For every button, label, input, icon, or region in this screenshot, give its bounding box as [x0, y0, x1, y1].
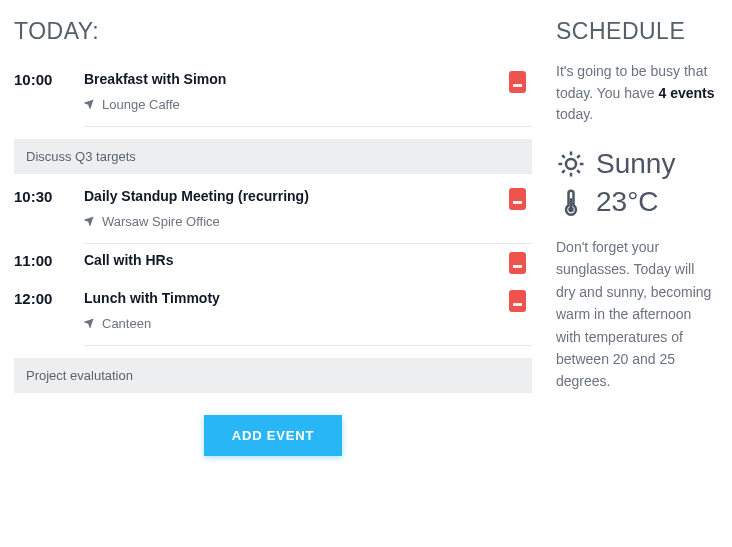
schedule-subtitle-post: today. [556, 106, 593, 122]
event-location: Warsaw Spire Office [84, 214, 492, 229]
event-title: Lunch with Timmoty [84, 290, 492, 306]
event-note: Project evalutation [14, 358, 532, 393]
schedule-subtitle: It's going to be busy that today. You ha… [556, 61, 716, 126]
event-title: Daily Standup Meeting (recurring) [84, 188, 492, 204]
minus-icon [513, 191, 522, 207]
location-arrow-icon [84, 316, 96, 331]
weather-condition: Sunny [596, 148, 675, 180]
event-time: 10:00 [14, 71, 84, 88]
today-title: TODAY: [14, 18, 532, 45]
event-time: 11:00 [14, 252, 84, 269]
event-time: 12:00 [14, 290, 84, 307]
event-title: Call with HRs [84, 252, 492, 268]
svg-point-4 [566, 159, 576, 169]
event-item: 11:00Call with HRs [14, 244, 532, 282]
collapse-button[interactable] [509, 71, 526, 93]
location-arrow-icon [84, 214, 96, 229]
weather-forecast: Don't forget your sunglasses. Today will… [556, 236, 716, 393]
minus-icon [513, 293, 522, 309]
schedule-panel: SCHEDULE It's going to be busy that toda… [556, 18, 716, 456]
event-item: 12:00Lunch with TimmotyCanteenProject ev… [14, 282, 532, 393]
svg-rect-3 [513, 303, 522, 306]
event-item: 10:00Breakfast with SimonLounge CaffeDis… [14, 63, 532, 174]
event-location: Canteen [84, 316, 492, 331]
event-location-text: Lounge Caffe [102, 97, 180, 112]
event-location-text: Warsaw Spire Office [102, 214, 220, 229]
schedule-title: SCHEDULE [556, 18, 716, 45]
event-location-text: Canteen [102, 316, 151, 331]
event-title: Breakfast with Simon [84, 71, 492, 87]
event-list: 10:00Breakfast with SimonLounge CaffeDis… [14, 63, 532, 393]
thermometer-icon [556, 187, 586, 217]
weather-condition-row: Sunny [556, 148, 716, 180]
sun-gear-icon [556, 149, 586, 179]
svg-point-5 [570, 208, 573, 211]
collapse-button[interactable] [509, 188, 526, 210]
event-note: Discuss Q3 targets [14, 139, 532, 174]
collapse-button[interactable] [509, 290, 526, 312]
svg-rect-2 [513, 265, 522, 268]
weather-temp: 23°C [596, 186, 659, 218]
svg-rect-1 [513, 201, 522, 204]
event-item: 10:30Daily Standup Meeting (recurring)Wa… [14, 180, 532, 244]
add-event-button[interactable]: ADD EVENT [204, 415, 342, 456]
minus-icon [513, 74, 522, 90]
weather-temp-row: 23°C [556, 186, 716, 218]
schedule-event-count: 4 events [659, 85, 715, 101]
event-time: 10:30 [14, 188, 84, 205]
today-panel: TODAY: 10:00Breakfast with SimonLounge C… [14, 18, 532, 456]
minus-icon [513, 255, 522, 271]
location-arrow-icon [84, 97, 96, 112]
svg-rect-0 [513, 84, 522, 87]
event-location: Lounge Caffe [84, 97, 492, 112]
collapse-button[interactable] [509, 252, 526, 274]
